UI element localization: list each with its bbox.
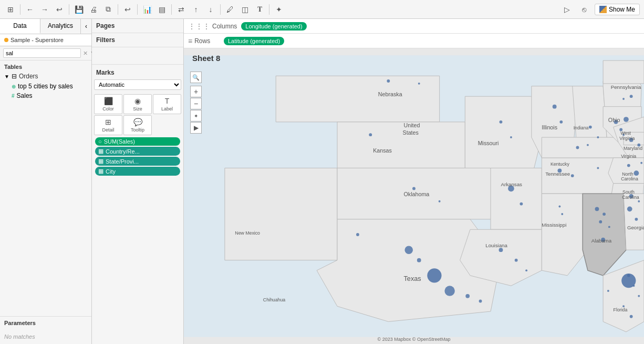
detail-mark-button[interactable]: ⊞ Detail [94,115,122,135]
label-icon[interactable]: 𝐓 [253,3,266,16]
svg-point-44 [571,174,574,177]
label-mark-button[interactable]: T Label [153,94,181,114]
map-copyright: © 2023 Mapbox © OpenStreetMap [378,337,451,342]
top5cities-field-item[interactable]: ⊕ top 5 cities by sales [0,82,91,91]
print-icon[interactable]: 🖨 [87,3,100,16]
state-pill[interactable]: ▦ State/Provi... [95,157,180,166]
undo-icon[interactable]: ↩ [121,3,134,16]
city-pill[interactable]: ▦ City [95,167,180,176]
marks-type-select[interactable]: Automatic Bar Line Area Circle Shape Tex… [94,79,181,90]
svg-text:Tennessee: Tennessee [545,171,570,177]
sum-sales-pill-prefix: ○ [98,138,102,145]
highlight-icon[interactable]: 🖊 [224,3,236,16]
map-zoom-in-button[interactable]: + [190,86,202,97]
parameters-label: Parameters [4,320,36,326]
map-zoom-out-button[interactable]: − [190,98,202,109]
orders-table-item[interactable]: ▼ ⊟ Orders [0,71,91,82]
country-pill[interactable]: ▦ Country/Re... [95,147,180,156]
svg-point-52 [520,203,523,206]
chart-icon[interactable]: 📊 [141,3,153,16]
svg-point-46 [627,164,630,167]
show-me-button[interactable]: Show Me [595,4,640,15]
data-source-indicator [4,38,8,42]
svg-text:Georgia: Georgia [627,225,644,230]
svg-marker-1 [276,76,439,122]
no-matches-text: No matches [0,329,91,344]
present-icon[interactable]: ▷ [561,3,574,16]
tooltip-icon: 💬 [133,118,142,126]
pages-title: Pages [92,19,183,33]
measure-icon: # [12,93,15,99]
svg-marker-7 [603,60,644,84]
country-pill-prefix: ▦ [98,148,103,155]
data-source[interactable]: Sample - Superstore [0,34,91,46]
data-source-name: Sample - Superstore [11,37,64,43]
sum-sales-pill-label: SUM(Sales) [104,138,135,145]
swap-icon[interactable]: ⇄ [175,3,188,16]
svg-text:United: United [404,122,420,128]
svg-point-41 [576,146,579,149]
svg-marker-8 [225,168,337,260]
size-icon: ◉ [134,97,141,105]
state-pill-label: State/Provi... [106,158,139,165]
filters-title: Filters [92,33,183,47]
svg-point-58 [608,226,610,228]
back-icon[interactable]: ← [24,3,36,16]
marks-buttons-grid: ⬛ Color ◉ Size T Label ⊞ Detail 💬 Too [94,94,181,135]
set-icon: ⊕ [12,84,16,89]
svg-text:Texas: Texas [404,275,421,282]
forward-icon[interactable]: → [38,3,51,16]
svg-text:Pennsylvania: Pennsylvania [611,84,641,90]
sum-sales-pill[interactable]: ○ SUM(Sales) [95,137,180,146]
sales-field-item[interactable]: # Sales [0,91,91,100]
map-pan-button[interactable]: ▶ [190,122,202,134]
svg-text:Illinois: Illinois [542,124,557,130]
tab-analytics[interactable]: Analytics [40,19,81,34]
svg-point-73 [525,269,527,271]
group-icon[interactable]: ◫ [238,3,251,16]
map-search-button[interactable]: 🔍 [190,72,202,83]
sort-desc-icon[interactable]: ↓ [204,3,217,16]
svg-text:Alabama: Alabama [591,238,612,244]
map-selection-button[interactable]: ✦ [190,110,202,122]
longitude-pill[interactable]: Longitude (generated) [241,22,306,31]
sidebar-collapse-button[interactable]: ‹ [81,19,91,34]
tooltip-mark-button[interactable]: 💬 Tooltip [123,115,152,135]
size-mark-button[interactable]: ◉ Size [123,94,152,114]
sort-asc-icon[interactable]: ↑ [190,3,202,16]
duplicate-icon[interactable]: ⧉ [102,3,115,16]
svg-point-56 [603,213,606,216]
svg-text:Louisiana: Louisiana [485,242,507,248]
color-mark-button[interactable]: ⬛ Color [94,94,122,114]
tooltip-label: Tooltip [131,127,144,133]
latitude-pill[interactable]: Latitude (generated) [224,37,284,45]
reload-icon[interactable]: ↩ [53,3,66,16]
field-search-input[interactable] [3,48,81,58]
share-icon[interactable]: ⎋ [578,3,590,16]
save-icon[interactable]: 💾 [72,3,85,16]
svg-text:Virginia: Virginia [621,154,636,159]
tableau-logo-icon[interactable]: ⊞ [4,3,17,16]
svg-point-53 [558,206,560,208]
svg-point-31 [589,126,592,129]
svg-text:South: South [622,189,635,195]
field-search-bar: ✕ ▼ ☰ [0,46,91,60]
city-pill-label: City [106,168,116,175]
detail-icon: ⊞ [105,118,111,126]
rows-shelf-label: ≡ Rows [188,37,220,45]
svg-marker-10 [491,168,542,229]
fix-icon[interactable]: ✦ [273,3,285,16]
parameters-section: Parameters [0,316,91,329]
detail-label: Detail [102,127,114,133]
sidebar-tabs: Data Analytics ‹ [0,19,91,34]
map-svg: Nebraska Kansas Missouri Illinois Indian… [184,48,644,344]
bars-icon[interactable]: ▤ [155,3,168,16]
svg-marker-3 [465,96,542,178]
svg-point-42 [587,144,589,146]
svg-point-61 [635,218,638,221]
search-clear-button[interactable]: ✕ [83,50,88,57]
toolbar: ⊞ ← → ↩ 💾 🖨 ⧉ ↩ 📊 ▤ ⇄ ↑ ↓ 🖊 ◫ 𝐓 ✦ ▷ ⎋ Sh… [0,0,644,19]
tab-data[interactable]: Data [0,19,40,34]
svg-point-36 [510,136,512,138]
divider-7 [269,4,269,15]
